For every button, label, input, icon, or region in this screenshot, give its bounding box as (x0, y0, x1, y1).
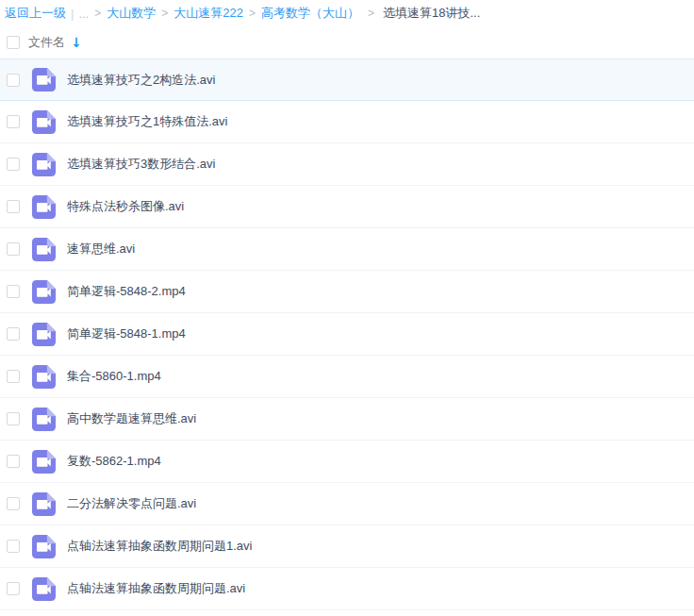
file-row[interactable]: 集合-5860-1.mp4 (0, 356, 694, 398)
select-all-checkbox[interactable] (7, 36, 20, 49)
file-name-link[interactable]: 高中数学题速算思维.avi (67, 410, 196, 427)
sort-descending-icon[interactable]: ↓ (71, 35, 82, 50)
breadcrumb-separator: > (368, 7, 374, 20)
video-file-icon (31, 322, 57, 347)
row-checkbox[interactable] (7, 74, 20, 87)
file-row[interactable]: 特殊点法秒杀图像.avi (0, 186, 694, 228)
breadcrumb-link-2[interactable]: 高考数学（大山） (261, 6, 359, 20)
video-file-icon (31, 534, 57, 559)
row-checkbox[interactable] (7, 115, 20, 128)
file-name-link[interactable]: 选填速算技巧之1特殊值法.avi (67, 113, 227, 130)
video-file-icon (31, 237, 57, 262)
file-name-link[interactable]: 点轴法速算抽象函数周期问题.avi (67, 580, 245, 597)
file-list-header: 文件名 ↓ (0, 26, 694, 58)
file-row[interactable]: 高中数学题速算思维.avi (0, 398, 694, 441)
row-checkbox[interactable] (7, 455, 20, 468)
file-name-link[interactable]: 选填速算技巧之2构造法.avi (67, 72, 215, 89)
breadcrumb-current-folder: 选填速算18讲技... (383, 5, 480, 22)
breadcrumb-link-0[interactable]: 大山数学 (107, 6, 156, 20)
breadcrumb-separator: > (94, 7, 101, 20)
file-row[interactable]: 选填速算技巧3数形结合.avi (0, 143, 694, 186)
breadcrumb: 返回上一级 | ... >大山数学>大山速算222>高考数学（大山） > 选填速… (0, 0, 694, 26)
video-file-icon (31, 491, 57, 517)
video-file-icon (31, 194, 57, 220)
video-file-icon (31, 152, 57, 177)
video-file-icon (31, 449, 57, 474)
file-name-link[interactable]: 二分法解决零点问题.avi (67, 495, 196, 512)
file-row[interactable]: 简单逻辑-5848-2.mp4 (0, 271, 694, 313)
file-name-link[interactable]: 特殊点法秒杀图像.avi (67, 198, 184, 215)
row-checkbox[interactable] (7, 412, 20, 425)
row-checkbox[interactable] (7, 242, 20, 256)
file-row[interactable]: 二分法解决零点问题.avi (0, 483, 694, 525)
file-row[interactable]: 点轴法速算抽象函数周期问题.avi (0, 568, 694, 610)
file-row[interactable]: 点轴法速算抽象函数周期问题1.avi (0, 525, 694, 568)
breadcrumb-separator: > (161, 7, 168, 20)
file-name-link[interactable]: 简单逻辑-5848-2.mp4 (67, 283, 186, 300)
breadcrumb-collapsed-ellipsis[interactable]: ... (78, 7, 89, 21)
file-name-link[interactable]: 速算思维.avi (67, 241, 135, 258)
file-row[interactable]: 选填速算技巧之1特殊值法.avi (0, 101, 694, 143)
back-to-parent-link[interactable]: 返回上一级 (5, 5, 66, 22)
row-checkbox[interactable] (7, 370, 20, 383)
file-name-link[interactable]: 简单逻辑-5848-1.mp4 (67, 325, 186, 342)
row-checkbox[interactable] (7, 497, 20, 510)
file-name-link[interactable]: 复数-5862-1.mp4 (67, 453, 161, 470)
file-row[interactable]: 复数-5862-1.mp4 (0, 441, 694, 483)
file-row[interactable]: 速算思维.avi (0, 228, 694, 271)
row-checkbox[interactable] (7, 200, 20, 213)
video-file-icon (31, 576, 57, 602)
file-name-link[interactable]: 点轴法速算抽象函数周期问题1.avi (67, 538, 252, 555)
file-row[interactable]: 选填速算技巧之2构造法.avi (0, 58, 694, 101)
video-file-icon (31, 109, 57, 135)
breadcrumb-pipe-divider: | (71, 7, 74, 21)
file-list: 选填速算技巧之2构造法.avi 选填速算技巧之1特殊值法.avi 选填速算技巧3… (0, 58, 694, 610)
row-checkbox[interactable] (7, 540, 20, 553)
row-checkbox[interactable] (7, 582, 20, 595)
breadcrumb-link-1[interactable]: 大山速算222 (174, 6, 243, 20)
video-file-icon (31, 279, 57, 305)
row-checkbox[interactable] (7, 327, 20, 341)
file-row[interactable]: 简单逻辑-5848-1.mp4 (0, 313, 694, 356)
file-name-link[interactable]: 集合-5860-1.mp4 (67, 368, 161, 385)
row-checkbox[interactable] (7, 158, 20, 171)
filename-column-header[interactable]: 文件名 (28, 34, 65, 51)
breadcrumb-links: >大山数学>大山速算222>高考数学（大山） (89, 5, 359, 22)
row-checkbox[interactable] (7, 285, 20, 298)
breadcrumb-separator: > (249, 7, 256, 20)
video-file-icon (31, 67, 57, 92)
file-name-link[interactable]: 选填速算技巧3数形结合.avi (67, 156, 215, 173)
video-file-icon (31, 364, 57, 390)
video-file-icon (31, 407, 57, 432)
